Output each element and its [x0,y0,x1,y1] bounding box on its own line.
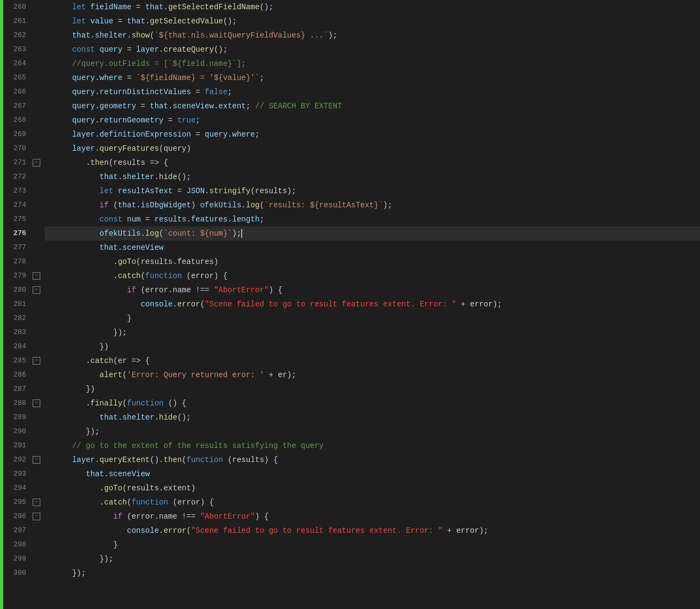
token-prop: query [72,102,95,110]
code-line: .catch(er => { [45,354,700,368]
fold-row [32,198,42,212]
line-number: 299 [3,552,26,566]
line-number: 261 [3,14,26,28]
token-prop: layer [136,45,159,54]
fold-button[interactable]: − [33,499,40,506]
token-op: . [95,130,99,139]
token-op: ( [122,399,127,408]
fold-row [32,0,42,14]
token-comment: // go to the extent of the results satis… [72,441,323,450]
fold-button[interactable]: − [33,272,40,280]
code-line: .catch(function (error) { [45,495,700,509]
token-op: . [95,456,99,464]
token-prop: where [232,130,255,139]
token-op: . [187,215,191,224]
token-op: . [104,470,108,478]
token-fn: finally [90,399,122,408]
token-op: . [95,73,99,82]
fold-button[interactable]: − [33,159,40,167]
token-op: ); [232,229,242,238]
fold-row [32,142,42,156]
token-op: . [159,45,163,54]
fold-row [32,538,42,552]
token-kw: let [100,187,118,195]
token-op: . [86,356,90,365]
fold-row [32,325,42,340]
line-number: 273 [3,184,26,198]
code-line: } [45,311,700,325]
token-op: () { [168,399,187,408]
line-number: 275 [3,212,26,226]
token-fn: getSelectedFieldName [168,3,260,11]
line-number: 267 [3,99,26,113]
token-kw: const [72,45,99,54]
token-str: 'Error: Query returned eror: ' [127,371,264,379]
code-line: .goTo(results.extent) [45,481,700,495]
token-op: (query) [159,144,191,153]
token-prop: query [72,116,95,125]
code-line: that.shelter.hide(); [45,170,700,184]
fold-button[interactable]: − [33,456,40,464]
token-op: ; [246,102,255,110]
code-line: layer.queryFeatures(query) [45,142,700,156]
token-kw2: if [113,512,127,521]
fold-button[interactable]: − [33,286,40,294]
token-op: ; [260,73,264,82]
token-op: }) [100,342,109,351]
fold-row [32,127,42,142]
code-line: const query = layer.createQuery(); [45,42,700,57]
token-op: ); [383,201,392,210]
token-prop: layer [72,144,95,153]
token-prop: resultAsText [118,187,173,195]
code-line: if (that.isDbgWidget) ofekUtils.log(`res… [45,198,700,212]
line-number: 281 [3,297,26,311]
line-number: 260 [3,0,26,14]
token-op: ; [260,215,264,224]
line-number: 293 [3,467,26,481]
code-editor: 2602612622632642652662672682692702712722… [0,0,700,609]
token-prop: query [72,73,95,82]
token-prop: query [72,88,95,96]
token-op: . [95,116,99,125]
token-fn: getSelectedValue [150,17,223,26]
token-op: (results); [250,187,296,195]
code-line: let resultAsText = JSON.stringify(result… [45,184,700,198]
token-op: . [228,215,232,224]
token-op: ); [328,31,337,40]
token-prop: ofekUtils [100,229,141,238]
line-number: 290 [3,425,26,439]
line-number: 284 [3,340,26,354]
fold-row [32,524,42,538]
token-fn: catch [104,498,127,507]
token-prop: query [100,45,122,54]
fold-button[interactable]: − [33,513,40,520]
token-fn: queryExtent [100,456,150,464]
token-op: = [136,102,150,110]
code-line: // go to the extent of the results satis… [45,439,700,453]
token-op: . [118,413,122,422]
line-number: 291 [3,439,26,453]
fold-row [32,71,42,85]
line-number: 296 [3,509,26,524]
fold-row [32,481,42,495]
fold-row: − [32,156,42,170]
token-op: ) [191,201,200,210]
text-cursor [241,229,242,238]
code-line: console.error("Scene failed to go to res… [45,297,700,311]
line-number: 282 [3,311,26,325]
token-prop: features [191,215,228,224]
token-op: (error) { [173,498,214,507]
fold-button[interactable]: − [33,357,40,365]
code-line: that.sceneView [45,241,700,255]
token-prop: extent [218,102,245,110]
line-number: 271 [3,156,26,170]
fold-row: − [32,283,42,297]
token-kw: const [100,215,127,224]
fold-gutter[interactable]: −−−−−−−− [32,0,42,609]
fold-button[interactable]: − [33,399,40,407]
token-kw: function [187,456,228,464]
token-op: . [205,187,209,195]
code-line: }); [45,425,700,439]
token-op: . [140,229,145,238]
token-fn: goTo [118,257,136,266]
